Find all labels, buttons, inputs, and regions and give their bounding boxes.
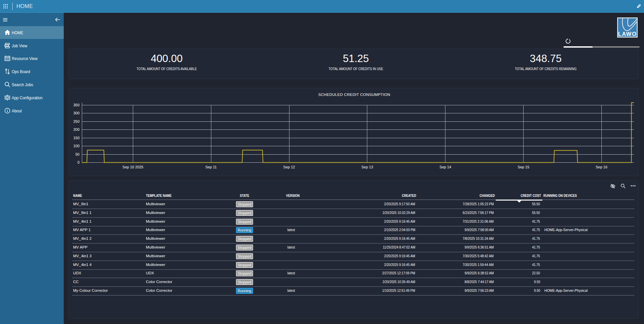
svg-text:Sep 10 2025: Sep 10 2025: [122, 165, 143, 169]
svg-text:Sep 16: Sep 16: [596, 165, 607, 169]
svg-text:250: 250: [73, 119, 79, 123]
svg-text:350: 350: [73, 103, 79, 107]
svg-text:Sep 12: Sep 12: [283, 165, 295, 169]
svg-text:100: 100: [73, 144, 79, 148]
svg-text:50: 50: [75, 152, 79, 156]
svg-text:Sep 13: Sep 13: [361, 165, 373, 169]
svg-text:Sep 11: Sep 11: [205, 165, 217, 169]
svg-text:Sep 15: Sep 15: [518, 165, 529, 169]
svg-text:150: 150: [73, 136, 79, 140]
svg-text:0: 0: [77, 160, 79, 164]
svg-text:200: 200: [73, 127, 79, 131]
svg-text:300: 300: [73, 111, 79, 115]
svg-text:Sep 14: Sep 14: [439, 165, 451, 169]
svg-text:LAWO: LAWO: [618, 31, 637, 37]
